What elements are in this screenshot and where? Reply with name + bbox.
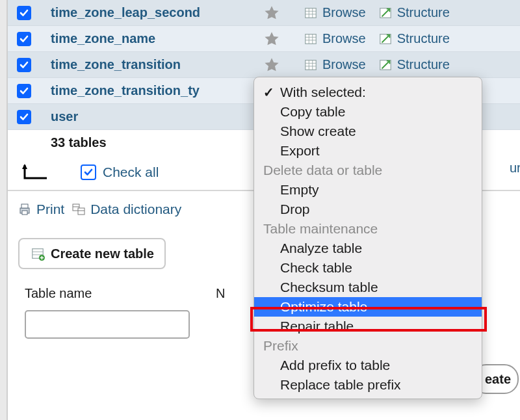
dd-label: Show create (280, 124, 356, 139)
create-table-tab[interactable]: Create new table (18, 238, 166, 269)
dd-copy-table[interactable]: Copy table (254, 102, 482, 122)
row-checkbox[interactable] (17, 32, 31, 46)
dd-with-selected[interactable]: With selected: (254, 83, 482, 102)
dd-drop[interactable]: Drop (254, 200, 482, 219)
row-checkbox[interactable] (17, 110, 31, 124)
select-arrow-icon (21, 163, 51, 182)
dd-empty[interactable]: Empty (254, 180, 482, 200)
table-row[interactable]: time_zone_leap_second Browse Structure (8, 0, 520, 26)
dd-export[interactable]: Export (254, 141, 482, 161)
dd-repair[interactable]: Repair table (254, 317, 482, 336)
dd-check[interactable]: Check table (254, 258, 482, 278)
dd-label: Check table (280, 260, 352, 276)
data-dictionary-icon (71, 202, 86, 217)
row-checkbox[interactable] (17, 84, 31, 98)
svg-rect-12 (306, 60, 317, 70)
checkall-checkbox[interactable] (81, 164, 96, 180)
svg-rect-19 (21, 204, 28, 208)
browse-label: Browse (322, 31, 366, 46)
dd-label: Checksum table (280, 280, 378, 295)
browse-label: Browse (322, 57, 366, 72)
dd-add-prefix[interactable]: Add prefix to table (254, 356, 482, 375)
svg-rect-22 (78, 208, 84, 215)
columns-label: N (216, 286, 225, 301)
table-name-field: Table name (25, 286, 190, 339)
structure-icon (378, 57, 393, 73)
table-row[interactable]: time_zone_transition Browse Structure (8, 52, 520, 78)
structure-label: Structure (397, 57, 450, 72)
create-button-label: eate (485, 372, 511, 387)
columns-field: N (216, 286, 225, 310)
browse-link[interactable]: Browse (303, 57, 366, 73)
dd-label: Table maintenance (263, 221, 378, 237)
edge-cut-text: ure (510, 161, 520, 176)
table-row[interactable]: time_zone_name Browse Structure (8, 26, 520, 52)
dd-checksum[interactable]: Checksum table (254, 278, 482, 297)
dd-group-maintenance: Table maintenance (254, 219, 482, 239)
favorite-star-icon[interactable] (263, 4, 281, 22)
structure-icon (378, 5, 393, 21)
dd-label: Export (280, 143, 320, 159)
favorite-star-icon[interactable] (263, 56, 281, 74)
dd-label: Add prefix to table (280, 358, 390, 373)
table-name-link[interactable]: time_zone_name (51, 31, 155, 46)
dd-analyze[interactable]: Analyze table (254, 239, 482, 258)
tables-count: 33 tables (51, 135, 107, 150)
structure-label: Structure (397, 31, 450, 46)
browse-link[interactable]: Browse (303, 31, 366, 47)
dd-label: Delete data or table (263, 163, 382, 178)
data-dictionary-label: Data dictionary (90, 202, 181, 217)
table-name-label: Table name (25, 286, 190, 301)
dd-label: Empty (280, 182, 319, 198)
table-add-icon (30, 246, 46, 261)
app-panel: time_zone_leap_second Browse Structure (6, 0, 520, 420)
svg-rect-0 (306, 8, 317, 18)
dd-show-create[interactable]: Show create (254, 122, 482, 141)
svg-rect-6 (306, 34, 317, 44)
print-link[interactable]: Print (17, 202, 64, 217)
print-icon (17, 202, 32, 217)
svg-rect-20 (22, 211, 27, 215)
table-name-link[interactable]: time_zone_transition (51, 57, 181, 72)
dd-replace-prefix[interactable]: Replace table prefix (254, 375, 482, 395)
browse-icon (303, 5, 318, 21)
data-dictionary-link[interactable]: Data dictionary (71, 202, 181, 217)
browse-icon (303, 57, 318, 73)
checkall-label[interactable]: Check all (103, 164, 159, 180)
browse-label: Browse (322, 5, 366, 20)
structure-link[interactable]: Structure (378, 31, 450, 47)
dd-group-delete: Delete data or table (254, 161, 482, 180)
print-label: Print (36, 202, 64, 217)
dd-label: Replace table prefix (280, 377, 401, 393)
dd-group-prefix: Prefix (254, 336, 482, 356)
structure-icon (378, 31, 393, 47)
row-checkbox[interactable] (17, 58, 31, 72)
favorite-star-icon[interactable] (263, 30, 281, 48)
table-name-link[interactable]: user (51, 109, 78, 124)
table-name-link[interactable]: time_zone_transition_ty (51, 83, 200, 98)
table-name-link[interactable]: time_zone_leap_second (51, 5, 200, 20)
dd-label: Drop (280, 202, 310, 217)
row-checkbox[interactable] (17, 6, 31, 20)
dd-label: Repair table (280, 319, 354, 334)
dd-label: With selected: (280, 85, 366, 100)
dd-label: Copy table (280, 104, 345, 120)
dd-optimize[interactable]: Optimize table (254, 297, 482, 317)
structure-label: Structure (397, 5, 450, 20)
browse-icon (303, 31, 318, 47)
create-table-tab-label: Create new table (51, 246, 154, 261)
browse-link[interactable]: Browse (303, 5, 366, 21)
dd-label: Optimize table (280, 299, 367, 315)
structure-link[interactable]: Structure (378, 57, 450, 73)
structure-link[interactable]: Structure (378, 5, 450, 21)
table-name-input[interactable] (25, 310, 190, 339)
with-selected-dropdown[interactable]: With selected: Copy table Show create Ex… (254, 77, 482, 399)
dd-label: Analyze table (280, 241, 362, 256)
dd-label: Prefix (263, 338, 298, 354)
